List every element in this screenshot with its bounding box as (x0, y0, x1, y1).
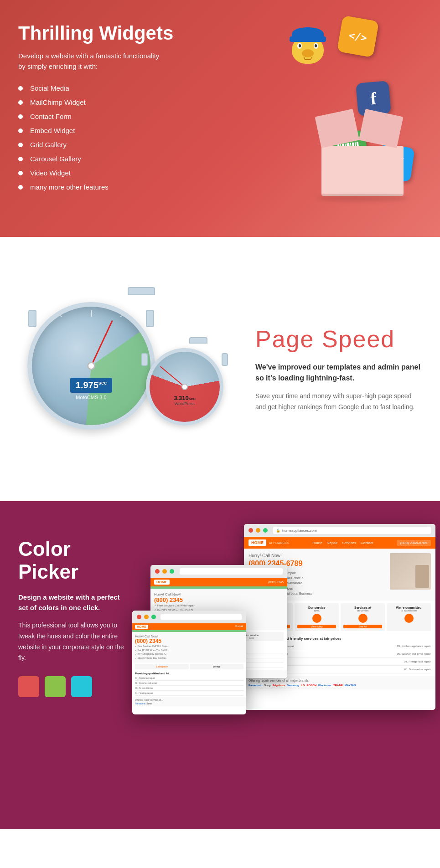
site-phone-top: (800) 2345-6789 (397, 540, 431, 546)
motocms-label: MotoCMS 3.0 (70, 395, 112, 400)
address-bar-medium[interactable] (180, 568, 283, 575)
widgets-list: Social Media MailChimp Widget Contact Fo… (18, 84, 216, 191)
bullet-icon (18, 157, 23, 161)
list-item: Social Media (18, 84, 216, 92)
max-dot (263, 528, 268, 533)
browser-mockup-small: HOME Repair Hurry! Call Now! (800) 2345 … (132, 611, 246, 714)
motocms-time: 1.975 (76, 380, 98, 390)
bullet-icon (18, 114, 23, 119)
color-swatches (18, 676, 128, 697)
nav-services[interactable]: Services (342, 541, 356, 545)
address-bar-small[interactable] (160, 614, 242, 620)
speed-subtitle: We've improved our templates and admin p… (255, 362, 422, 384)
browser-content-small: HOME Repair Hurry! Call Now! (800) 2345 … (132, 623, 246, 714)
stopwatch-secondary: 3.310sec WordPress (146, 337, 223, 426)
site-logo: HOME (248, 539, 266, 546)
address-bar[interactable]: 🔒homeappliances.com (273, 527, 431, 534)
speed-section: 1.975sec MotoCMS 3.0 (0, 237, 440, 501)
color-section: Color Picker Design a website with a per… (0, 501, 440, 829)
widgets-content-left: Thrilling Widgets Develop a website with… (18, 23, 225, 205)
bullet-icon (18, 128, 23, 133)
wordpress-label: WordPress (174, 401, 196, 406)
color-swatch-teal[interactable] (71, 676, 92, 697)
widgets-subtitle: Develop a website with a fantastic funct… (18, 51, 216, 72)
list-item: Carousel Gallery (18, 155, 216, 163)
widgets-section: Thrilling Widgets Develop a website with… (0, 0, 440, 237)
close-dot (248, 528, 253, 533)
list-item: Embed Widget (18, 127, 216, 134)
stopwatch-main: 1.975sec MotoCMS 3.0 (27, 287, 155, 430)
widgets-title: Thrilling Widgets (18, 23, 216, 44)
stopwatch-group: 1.975sec MotoCMS 3.0 (18, 273, 228, 465)
color-content: Color Picker Design a website with a per… (18, 529, 137, 697)
list-item: many more other features (18, 183, 216, 191)
code-icon (337, 15, 379, 58)
speed-content: Page Speed We've improved our templates … (228, 325, 422, 413)
bullet-icon (18, 171, 23, 175)
call-now-text: Hurry! Call Now! (248, 553, 390, 558)
color-title: Color Picker (18, 538, 128, 583)
bullet-icon (18, 100, 23, 105)
browser-bar-medium (150, 565, 287, 578)
speed-title: Page Speed (255, 325, 422, 353)
box-illustration (308, 114, 408, 205)
color-swatch-green[interactable] (45, 676, 66, 697)
color-description: This professional tool allows you to twe… (18, 620, 128, 663)
wordpress-time: 3.310sec (174, 395, 196, 401)
bullet-icon (18, 86, 23, 91)
site-logo-sub: APPLIANCES (269, 541, 289, 544)
list-item: Grid Gallery (18, 141, 216, 149)
list-item: Contact Form (18, 113, 216, 120)
browser-bar: 🔒homeappliances.com (244, 524, 435, 537)
mailchimp-icon (285, 27, 331, 77)
speed-visual: 1.975sec MotoCMS 3.0 (18, 273, 228, 465)
bullet-icon (18, 185, 23, 190)
color-swatch-red[interactable] (18, 676, 39, 697)
time-unit: sec (98, 380, 107, 385)
browser-mockups: 🔒homeappliances.com HOME APPLIANCES Home… (137, 529, 422, 802)
list-item: Video Widget (18, 169, 216, 177)
speed-description: Save your time and money with super-high… (255, 391, 422, 413)
nav-home[interactable]: Home (312, 541, 322, 545)
widgets-content-right: f (225, 23, 422, 205)
nav-contact[interactable]: Contact (361, 541, 373, 545)
bullet-icon (18, 143, 23, 147)
color-subtitle: Design a website with a perfect set of c… (18, 592, 128, 613)
min-dot (256, 528, 260, 533)
browser-bar-small (132, 611, 246, 623)
nav-repair[interactable]: Repair (327, 541, 338, 545)
list-item: MailChimp Widget (18, 98, 216, 106)
